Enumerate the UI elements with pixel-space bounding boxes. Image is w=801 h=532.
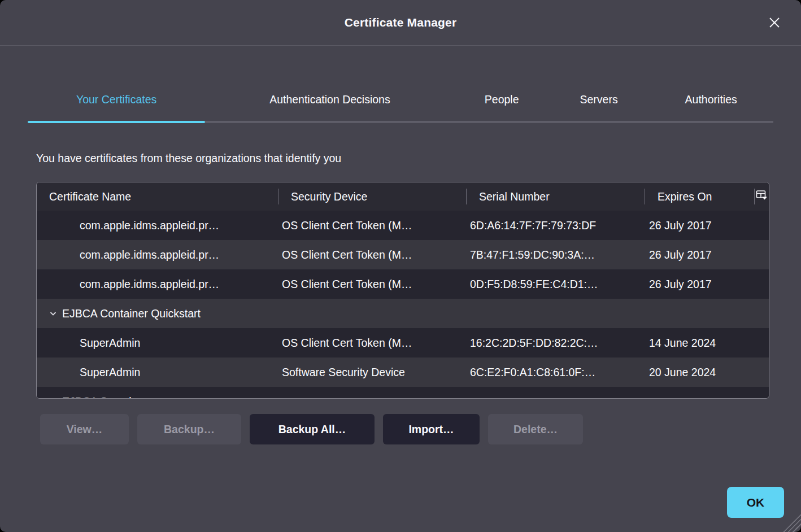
table-row[interactable]: SuperAdmin OS Client Cert Token (M… 16:2… — [37, 328, 769, 357]
cert-name: com.apple.idms.appleid.pr… — [37, 248, 278, 261]
column-header-serial-number[interactable]: Serial Number — [467, 182, 645, 211]
cert-name: SuperAdmin — [37, 337, 278, 350]
table-row[interactable]: com.apple.idms.appleid.pr… OS Client Cer… — [37, 240, 769, 269]
cert-serial: 0D:F5:D8:59:FE:C4:D1:… — [467, 278, 645, 291]
delete-button[interactable]: Delete… — [488, 414, 583, 444]
group-label: EJBCA Sample — [62, 395, 137, 399]
table-header: Certificate Name Security Device Serial … — [37, 182, 769, 211]
backup-all-button[interactable]: Backup All… — [250, 414, 375, 444]
cert-device: Software Security Device — [278, 366, 467, 379]
cert-name: com.apple.idms.appleid.pr… — [37, 278, 278, 291]
titlebar: Certificate Manager — [0, 0, 801, 46]
cert-device: OS Client Cert Token (M… — [278, 248, 467, 261]
tab-your-certificates[interactable]: Your Certificates — [28, 79, 205, 121]
tab-servers[interactable]: Servers — [549, 79, 649, 121]
group-label: EJBCA Container Quickstart — [62, 307, 201, 320]
import-button[interactable]: Import… — [383, 414, 480, 444]
tab-authentication-decisions[interactable]: Authentication Decisions — [205, 79, 454, 121]
column-picker-icon — [756, 189, 768, 204]
cert-expires: 14 June 2024 — [645, 337, 755, 350]
cert-serial: 6C:E2:F0:A1:C8:61:0F:… — [467, 366, 645, 379]
cert-name: SuperAdmin — [37, 366, 278, 379]
view-button[interactable]: View… — [40, 414, 129, 444]
certificate-table: Certificate Name Security Device Serial … — [36, 182, 769, 399]
cert-serial: 16:2C:2D:5F:DD:82:2C:… — [467, 337, 645, 350]
table-row[interactable]: com.apple.idms.appleid.pr… OS Client Cer… — [37, 211, 769, 240]
tab-people[interactable]: People — [455, 79, 549, 121]
tab-bar: Your Certificates Authentication Decisio… — [28, 79, 773, 123]
certificate-list: com.apple.idms.appleid.pr… OS Client Cer… — [37, 211, 769, 399]
column-header-expires-on[interactable]: Expires On — [645, 182, 755, 211]
cert-expires: 26 July 2017 — [645, 219, 755, 232]
group-row-partial[interactable]: EJBCA Sample — [37, 387, 769, 399]
backup-button[interactable]: Backup… — [137, 414, 241, 444]
tab-authorities[interactable]: Authorities — [648, 79, 773, 121]
intro-text: You have certificates from these organiz… — [36, 152, 769, 165]
cert-expires: 26 July 2017 — [645, 248, 755, 261]
close-icon — [768, 16, 781, 31]
cert-expires: 20 June 2024 — [645, 366, 755, 379]
table-row[interactable]: SuperAdmin Software Security Device 6C:E… — [37, 357, 769, 387]
table-row[interactable]: com.apple.idms.appleid.pr… OS Client Cer… — [37, 269, 769, 299]
action-button-row: View… Backup… Backup All… Import… Delete… — [40, 414, 801, 444]
cert-device: OS Client Cert Token (M… — [278, 337, 467, 350]
close-button[interactable] — [764, 12, 785, 34]
group-row-ejbca-container-quickstart[interactable]: EJBCA Container Quickstart — [37, 299, 769, 328]
column-header-security-device[interactable]: Security Device — [278, 182, 467, 211]
chevron-down-icon[interactable] — [49, 397, 58, 399]
cert-device: OS Client Cert Token (M… — [278, 278, 467, 291]
cert-expires: 26 July 2017 — [645, 278, 755, 291]
cert-name: com.apple.idms.appleid.pr… — [37, 219, 278, 232]
cert-serial: 7B:47:F1:59:DC:90:3A:… — [467, 248, 645, 261]
certificate-manager-dialog: Certificate Manager Your Certificates Au… — [0, 0, 801, 532]
cert-device: OS Client Cert Token (M… — [278, 219, 467, 232]
column-header-certificate-name[interactable]: Certificate Name — [37, 182, 278, 211]
dialog-title: Certificate Manager — [345, 16, 457, 29]
ok-button[interactable]: OK — [727, 487, 784, 518]
chevron-down-icon[interactable] — [49, 309, 58, 318]
cert-serial: 6D:A6:14:7F:7F:79:73:DF — [467, 219, 645, 232]
column-picker-button[interactable] — [755, 182, 769, 211]
